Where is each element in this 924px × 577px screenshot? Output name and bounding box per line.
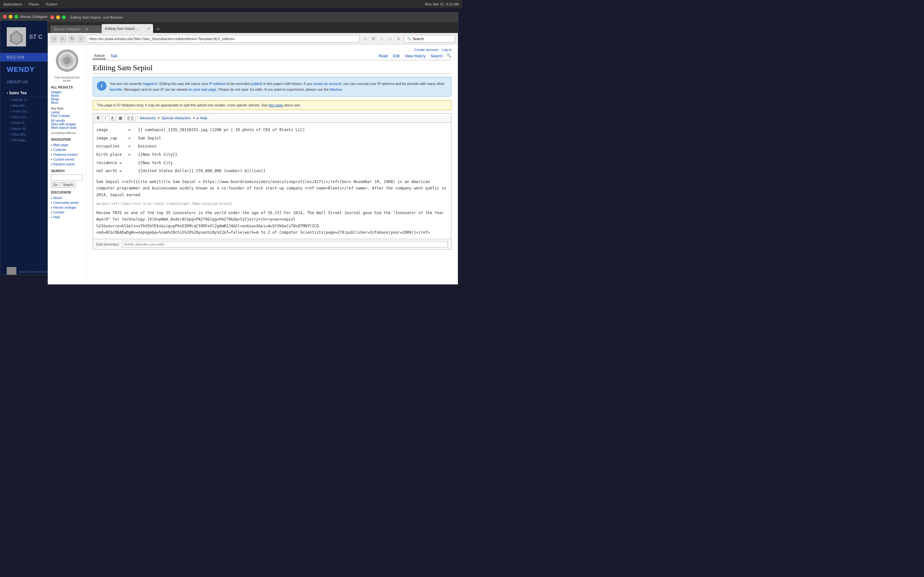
editor-field-image: image = {{ samSepiol_1335_20150331.jpg [… [96,126,448,134]
field-residence-eq [128,160,135,167]
sidebar-contents[interactable]: Contents [51,147,83,152]
editor-field-occupation: occupation = business [96,142,448,151]
tab-search-icon[interactable]: 🔍 [447,53,451,59]
tab-article[interactable]: Article [93,53,106,59]
field-networth-name: net worth = [96,168,125,175]
sidebar-more-search-tools[interactable]: More search tools [51,126,83,129]
taskbar-system[interactable]: System [45,2,57,6]
tab-view-history[interactable]: View history [403,53,426,59]
ip-address-link[interactable]: IP address [209,82,226,85]
sidebar-search-button[interactable]: Search [61,182,75,187]
refresh-button[interactable]: ↻ [68,35,75,42]
bg-min-button[interactable] [9,15,13,19]
info-icon: i [97,81,107,91]
sidebar-sites-with-images[interactable]: Sites with images [51,122,83,126]
url-input[interactable] [86,35,360,43]
sidebar-discussion-header: DISCUSSION [51,191,83,194]
link-button[interactable]: A̲ [109,115,115,121]
search-box[interactable]: 🔍 Search [404,35,455,43]
special-chars-link[interactable]: Special characters [162,116,191,120]
browser-min-button[interactable] [56,15,60,19]
sidebar-past-3-weeks-link[interactable]: Past 3 weeks [51,114,83,118]
sidebar-images-link[interactable]: Images [51,90,83,94]
table-button[interactable]: ▦ [117,115,124,121]
new-tab-button[interactable]: + [154,25,162,33]
tab-edit[interactable]: Edit [392,53,401,59]
sidebar-recent-changes[interactable]: Recent changes [51,205,83,210]
litterbox-link[interactable]: litterbox [330,87,342,91]
tab-inactive-close[interactable]: ✕ [96,27,99,31]
editor-field-residence: residence = {{New York City [96,159,448,167]
sidebar-current-events[interactable]: Current events [51,157,83,162]
create-account-link2[interactable]: create an account [313,82,341,85]
edit-summary-bar: Edit Summary: [93,239,451,250]
bg-max-button[interactable] [15,15,18,19]
download-icon[interactable]: ↓ [378,35,385,42]
browser-home-icon[interactable]: ⌂ [387,35,394,42]
task-page-link[interactable]: on your task page [188,87,216,91]
sidebar-navigation-header: NAVIGATION [51,138,83,141]
sidebar-news-link[interactable]: News [51,94,83,97]
sidebar-help[interactable]: Help [51,215,83,219]
sidebar-search-input[interactable] [51,174,83,181]
field-birthplace-eq: = [128,151,135,158]
sidebar-all-results-link[interactable]: All results [51,119,83,122]
browser-max-button[interactable] [62,15,66,19]
tab-active-close[interactable]: ✕ [147,27,150,31]
create-account-link[interactable]: Create account [414,48,438,52]
editor-review-text: Review TR35 as one of the top 35 innovat… [96,210,448,236]
italic-button[interactable]: I [103,115,108,121]
edit-summary-input[interactable] [122,241,448,247]
editor-field-net-worth: net worth = {{United States Dollar}} 278… [96,167,448,175]
page-title: Editing Sam Sepiol [93,63,451,74]
tab-search-extra[interactable]: Search [429,53,444,59]
sidebar-random-article[interactable]: Random article [51,162,83,167]
bg-footer-logo [7,267,16,275]
tab-talk[interactable]: Talk [109,53,118,59]
bg-close-button[interactable] [3,15,7,19]
wiki-editor[interactable]: image = {{ samSepiol_1335_20150331.jpg [… [93,122,451,239]
tab-inactive-sales[interactable]: Wendy Gallagher – St... ✕ [50,25,102,33]
main-browser-window: Editing Sam Sepiol– root Browser Wendy G… [47,12,458,285]
logged-in-link[interactable]: logged in [143,82,158,85]
sidebar-latest-link[interactable]: Latest [51,111,83,114]
sidebar-featured-content[interactable]: Featured content [51,152,83,157]
settings-icon[interactable]: ≡ [395,35,402,42]
bold-button[interactable]: B [95,115,102,121]
sidebar-about[interactable]: About [51,195,83,200]
info-box: i You are not currently logged in. Editi… [93,77,451,97]
sidebar-something-different: Something different [51,131,83,135]
back-button[interactable]: ◁ [50,35,57,42]
advanced-link[interactable]: Advanced [140,116,155,120]
wiki-tabs: Article Talk Read Edit View history Sear… [93,53,451,60]
field-occupation-eq: = [128,143,135,150]
tab-active-editing[interactable]: Editing Sam Sepiol ... ✕ [102,24,153,33]
help-link[interactable]: ▸ Help [197,116,207,120]
sidebar-blogs-link[interactable]: Blogs [51,97,83,101]
bookmark-icon[interactable]: ⊡ [370,35,377,42]
warn-suffix: about size. [283,103,301,107]
sidebar-contact[interactable]: Contact [51,210,83,215]
forward-button[interactable]: ▷ [59,35,66,42]
template-button[interactable]: {{ }} [126,115,136,121]
toolbar-icons: ☆ ⊡ ↓ ⌂ ≡ [362,35,402,42]
info-text: You are not currently logged in. Editing… [110,81,447,92]
taskbar-applications[interactable]: Applications [3,2,22,6]
field-networth-eq [128,168,135,175]
browser-close-button[interactable] [50,15,54,19]
benefits-link[interactable]: benefits [110,87,122,91]
sidebar-community-portal[interactable]: Community portal [51,200,83,205]
publicly-link[interactable]: publicly [250,82,262,85]
field-imagecap-value: Sam Sepiol [138,135,161,142]
editor-toolbar: B I A̲ ▦ {{ }} Advanced • Special charac… [93,113,451,122]
tab-read[interactable]: Read [377,53,389,59]
warn-link[interactable]: this page [269,103,283,107]
sidebar-main-page[interactable]: Main page [51,143,83,147]
star-icon[interactable]: ☆ [362,35,368,42]
sidebar-go-button[interactable]: Go [51,182,60,187]
taskbar-places[interactable]: Places [29,2,39,6]
taskbar-items: Applications Places System [0,2,57,6]
home-button[interactable]: ⌂ [78,35,84,42]
sidebar-more-link[interactable]: More [51,101,83,105]
log-in-link[interactable]: Log in [442,48,451,52]
